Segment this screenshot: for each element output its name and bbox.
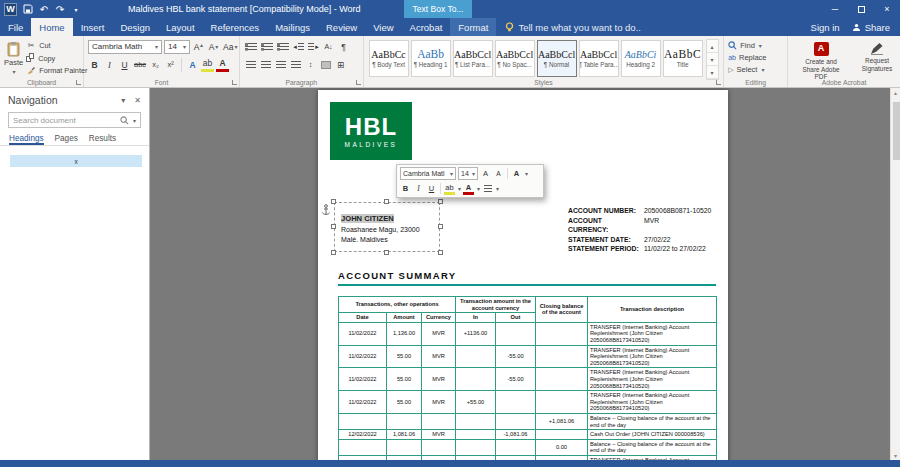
- resize-handle[interactable]: [384, 250, 389, 255]
- resize-handle[interactable]: [331, 199, 336, 204]
- style-item[interactable]: AaBbC Title: [663, 40, 703, 77]
- bullets-button[interactable]: [244, 39, 258, 54]
- mini-italic-button[interactable]: I: [413, 182, 424, 195]
- redo-icon[interactable]: ↷: [55, 2, 65, 16]
- ribbon-tab[interactable]: View: [365, 18, 401, 36]
- resize-handle[interactable]: [438, 224, 443, 229]
- copy-button[interactable]: Copy: [26, 53, 87, 63]
- ribbon-tab[interactable]: Review: [318, 18, 365, 36]
- resize-handle[interactable]: [438, 199, 443, 204]
- find-button[interactable]: Find ▾: [728, 41, 766, 50]
- mini-bold-button[interactable]: B: [400, 182, 411, 195]
- style-item[interactable]: AaBbCi Heading 2: [621, 40, 661, 77]
- mini-font-name-combo[interactable]: Cambria Matl ▾: [400, 167, 456, 180]
- superscript-button[interactable]: x²: [164, 57, 177, 72]
- share-button[interactable]: Share: [852, 22, 890, 33]
- clipboard-dialog-launcher[interactable]: [76, 80, 81, 85]
- ribbon-tab[interactable]: Mailings: [267, 18, 318, 36]
- style-item[interactable]: AaBbCcl ¶ Normal: [537, 40, 577, 77]
- nav-search-box[interactable]: ▾: [8, 112, 141, 128]
- mini-list-button[interactable]: [482, 182, 493, 195]
- shrink-font-button[interactable]: A▾: [207, 39, 220, 54]
- scroll-down-icon[interactable]: ▾: [894, 452, 897, 459]
- restore-button[interactable]: [848, 0, 874, 18]
- word-logo-icon[interactable]: W: [4, 3, 17, 16]
- highlight-button[interactable]: ab: [201, 57, 214, 72]
- replace-button[interactable]: ab Replace: [728, 53, 766, 62]
- mini-font-color-button[interactable]: A: [463, 182, 474, 195]
- show-marks-button[interactable]: ¶: [337, 39, 350, 54]
- create-share-pdf-button[interactable]: A Create and Share Adobe PDF: [796, 40, 846, 81]
- scroll-up-icon[interactable]: ▴: [894, 89, 897, 96]
- decrease-indent-button[interactable]: ◂: [292, 39, 305, 54]
- nav-tab[interactable]: Headings: [9, 134, 44, 145]
- close-button[interactable]: ×: [874, 0, 900, 18]
- ribbon-tab[interactable]: Insert: [73, 18, 113, 36]
- align-right-button[interactable]: [274, 57, 287, 72]
- undo-icon[interactable]: ↶: [39, 2, 49, 16]
- search-dropdown-icon[interactable]: ▾: [133, 117, 136, 124]
- line-spacing-button[interactable]: ↕: [304, 57, 317, 72]
- strikethrough-button[interactable]: abc: [133, 57, 147, 72]
- ribbon-tab[interactable]: Layout: [158, 18, 203, 36]
- font-name-combo[interactable]: Cambria Math ▾: [88, 40, 162, 54]
- italic-button[interactable]: I: [103, 57, 116, 72]
- styles-scroll-up-icon[interactable]: ▴: [707, 40, 718, 53]
- sort-button[interactable]: A↓: [322, 39, 335, 54]
- underline-button[interactable]: U: [118, 57, 131, 72]
- style-item[interactable]: AaBb ¶ Heading 1: [411, 40, 451, 77]
- vertical-scrollbar[interactable]: ▴ ▾: [890, 88, 900, 460]
- justify-button[interactable]: [289, 57, 302, 72]
- nav-tab[interactable]: Pages: [55, 134, 78, 145]
- grow-font-button[interactable]: A▾: [192, 39, 205, 54]
- qat-customize-icon[interactable]: ▾: [71, 2, 81, 16]
- text-effects-button[interactable]: A: [186, 57, 199, 72]
- sign-in-link[interactable]: Sign in: [811, 22, 840, 33]
- resize-handle[interactable]: [438, 250, 443, 255]
- address-text-box[interactable]: JOHN CITIZEN Roashanee Magu, 23000 Malé.…: [334, 202, 440, 252]
- ribbon-tab[interactable]: File: [0, 18, 31, 36]
- ribbon-tab[interactable]: Home: [31, 18, 72, 36]
- nav-close-icon[interactable]: ✕: [134, 96, 141, 105]
- save-icon[interactable]: [23, 2, 33, 16]
- mini-highlight-button[interactable]: ab: [444, 182, 455, 195]
- align-left-button[interactable]: [244, 57, 257, 72]
- mini-styles-button[interactable]: A: [511, 167, 522, 180]
- select-button[interactable]: ▷ Select ▾: [728, 65, 766, 74]
- nav-selected-heading[interactable]: x: [10, 155, 142, 167]
- minimize-button[interactable]: ─: [822, 0, 848, 18]
- nav-options-icon[interactable]: ▾: [121, 96, 125, 105]
- resize-handle[interactable]: [384, 199, 389, 204]
- increase-indent-button[interactable]: ▸: [307, 39, 320, 54]
- mini-grow-font-button[interactable]: A: [480, 167, 491, 180]
- resize-handle[interactable]: [331, 250, 336, 255]
- mini-font-size-combo[interactable]: 14 ▾: [458, 167, 478, 180]
- styles-dialog-launcher[interactable]: [716, 80, 721, 85]
- request-signatures-button[interactable]: Request Signatures: [852, 40, 900, 81]
- cut-button[interactable]: ✂ Cut: [26, 41, 87, 50]
- tell-me-box[interactable]: Tell me what you want to do..: [496, 18, 650, 36]
- style-item[interactable]: AaBbCc ¶ Body Text: [369, 40, 409, 77]
- subscript-button[interactable]: x₂: [149, 57, 162, 72]
- shading-button[interactable]: [319, 57, 332, 72]
- ribbon-tab[interactable]: Acrobat: [402, 18, 451, 36]
- font-size-combo[interactable]: 14 ▾: [164, 40, 190, 54]
- style-item[interactable]: AaBbCcl ¶ List Para...: [453, 40, 493, 77]
- resize-handle[interactable]: [331, 224, 336, 229]
- bold-button[interactable]: B: [88, 57, 101, 72]
- mini-shrink-font-button[interactable]: A: [493, 167, 504, 180]
- search-input[interactable]: [13, 116, 117, 125]
- paragraph-dialog-launcher[interactable]: [356, 80, 361, 85]
- change-case-button[interactable]: Aa▾: [222, 39, 238, 54]
- format-painter-button[interactable]: Format Painter: [26, 66, 87, 75]
- mini-underline-button[interactable]: U: [426, 182, 437, 195]
- align-center-button[interactable]: [259, 57, 272, 72]
- nav-tab[interactable]: Results: [89, 134, 116, 145]
- multilevel-list-button[interactable]: [276, 39, 290, 54]
- paste-button[interactable]: Paste ▾: [4, 39, 23, 75]
- ribbon-tab[interactable]: Format: [450, 18, 496, 36]
- font-color-button[interactable]: A: [216, 57, 229, 72]
- style-item[interactable]: AaBbCcl ¶ Table Para...: [579, 40, 619, 77]
- borders-button[interactable]: ⊞: [334, 57, 347, 72]
- ribbon-tab[interactable]: References: [203, 18, 268, 36]
